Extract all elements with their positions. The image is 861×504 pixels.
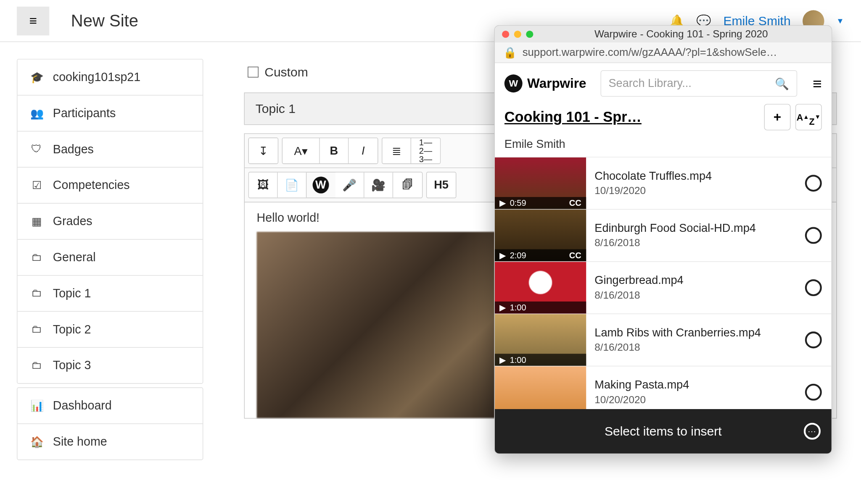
cc-badge: CC — [569, 250, 581, 260]
custom-checkbox[interactable] — [248, 67, 259, 78]
file-button[interactable]: 📄 — [278, 172, 307, 197]
site-title: New Site — [71, 11, 138, 30]
check-icon — [29, 178, 44, 192]
shield-icon — [29, 143, 44, 155]
search-input[interactable]: Search Library... 🔍 — [601, 70, 797, 97]
close-window-icon[interactable] — [502, 31, 509, 38]
sidebar-item-badges[interactable]: Badges — [17, 131, 202, 168]
duration: 0:59 — [510, 198, 526, 208]
popup-footer: Select items to insert ⋯ — [495, 409, 832, 454]
select-radio[interactable] — [805, 227, 822, 244]
main-menu-toggle[interactable]: ≡ — [17, 6, 49, 35]
select-radio[interactable] — [805, 384, 822, 401]
media-item[interactable]: Making Pasta.mp4 10/20/2020 — [495, 366, 832, 409]
play-icon: ▶ — [499, 355, 506, 365]
grid-icon — [29, 215, 44, 228]
more-options-icon[interactable]: ⋯ — [804, 423, 821, 440]
search-icon: 🔍 — [775, 76, 789, 90]
files-button[interactable]: 🗐 — [393, 172, 422, 197]
media-filename: Lamb Ribs with Cranberries.mp4 — [594, 326, 796, 339]
library-owner: Emile Smith — [495, 135, 832, 157]
media-date: 8/16/2018 — [594, 289, 796, 302]
bold-button[interactable]: B — [320, 138, 349, 163]
footer-text: Select items to insert — [605, 424, 722, 438]
duration: 1:00 — [510, 355, 526, 365]
video-button[interactable]: 🎥 — [364, 172, 394, 197]
select-radio[interactable] — [805, 175, 822, 192]
cc-badge: CC — [569, 198, 581, 208]
mic-button[interactable]: 🎤 — [335, 172, 364, 197]
h5p-button[interactable]: H5 — [427, 172, 456, 197]
sidebar-item-grades[interactable]: Grades — [17, 204, 202, 240]
add-button[interactable]: + — [764, 104, 791, 130]
user-menu-caret-icon[interactable]: ▼ — [836, 16, 844, 25]
media-thumbnail: ▶1:00 — [495, 314, 586, 366]
editor-embedded-image — [257, 232, 534, 418]
folder-icon — [29, 287, 44, 300]
media-filename: Making Pasta.mp4 — [594, 378, 796, 391]
media-date: 8/16/2018 — [594, 342, 796, 354]
sidebar-item-topic1[interactable]: Topic 1 — [17, 276, 202, 312]
font-style-button[interactable]: A▾ — [283, 138, 320, 163]
url-text: support.warpwire.com/w/gzAAAA/?pl=1&show… — [523, 46, 777, 59]
toolbar-toggle-button[interactable]: ↧ — [249, 138, 278, 163]
folder-icon — [29, 323, 44, 336]
media-item[interactable]: ▶1:00 Lamb Ribs with Cranberries.mp4 8/1… — [495, 313, 832, 365]
media-item[interactable]: ▶2:09CC Edinburgh Food Social-HD.mp4 8/1… — [495, 209, 832, 261]
folder-icon — [29, 359, 44, 372]
media-date: 10/19/2020 — [594, 185, 796, 197]
users-icon — [29, 107, 44, 120]
lock-icon: 🔒 — [503, 46, 516, 59]
sidebar-item-topic3[interactable]: Topic 3 — [17, 348, 202, 383]
maximize-window-icon[interactable] — [526, 31, 533, 38]
warpwire-popup-window: Warpwire - Cooking 101 - Spring 2020 🔒 s… — [494, 25, 832, 454]
media-filename: Chocolate Truffles.mp4 — [594, 169, 796, 182]
window-title: Warpwire - Cooking 101 - Spring 2020 — [538, 28, 824, 40]
dashboard-icon — [29, 399, 44, 412]
duration: 1:00 — [510, 303, 526, 312]
sidebar-item-dashboard[interactable]: Dashboard — [17, 388, 202, 424]
folder-icon — [29, 251, 44, 264]
numbered-list-button[interactable]: 1—2—3— — [411, 138, 440, 163]
sidebar-item-sitehome[interactable]: Site home — [17, 424, 202, 459]
media-date: 10/20/2020 — [594, 394, 796, 406]
sidebar-item-course[interactable]: cooking101sp21 — [17, 60, 202, 96]
custom-label: Custom — [264, 65, 308, 79]
media-date: 8/16/2018 — [594, 237, 796, 249]
warpwire-menu-button[interactable]: ≡ — [813, 74, 822, 93]
nav-group-site: Dashboard Site home — [17, 387, 203, 460]
image-button[interactable]: 🖼 — [249, 172, 278, 197]
media-item[interactable]: ▶0:59CC Chocolate Truffles.mp4 10/19/202… — [495, 157, 832, 209]
play-icon: ▶ — [499, 198, 506, 208]
sidebar-item-topic2[interactable]: Topic 2 — [17, 312, 202, 348]
play-icon: ▶ — [499, 250, 506, 260]
media-thumbnail — [495, 366, 586, 409]
media-item[interactable]: ▶1:00 Gingerbread.mp4 8/16/2018 — [495, 261, 832, 313]
media-thumbnail: ▶0:59CC — [495, 158, 586, 209]
select-radio[interactable] — [805, 279, 822, 296]
media-filename: Edinburgh Food Social-HD.mp4 — [594, 222, 796, 235]
italic-button[interactable]: I — [349, 138, 378, 163]
media-thumbnail: ▶1:00 — [495, 262, 586, 313]
media-filename: Gingerbread.mp4 — [594, 274, 796, 287]
sort-button[interactable]: A▲Z▼ — [795, 104, 822, 130]
home-icon — [29, 435, 44, 448]
duration: 2:09 — [510, 250, 526, 260]
minimize-window-icon[interactable] — [514, 31, 521, 38]
warpwire-button[interactable]: W — [313, 176, 330, 193]
nav-group-course: cooking101sp21 Participants Badges Compe… — [17, 59, 203, 384]
play-icon: ▶ — [499, 303, 506, 312]
select-radio[interactable] — [805, 331, 822, 348]
graduation-icon — [29, 71, 44, 84]
sidebar-item-competencies[interactable]: Competencies — [17, 168, 202, 204]
window-titlebar: Warpwire - Cooking 101 - Spring 2020 — [495, 26, 832, 42]
sidebar-item-participants[interactable]: Participants — [17, 95, 202, 131]
warpwire-logo: W Warpwire — [504, 74, 586, 92]
media-thumbnail: ▶2:09CC — [495, 210, 586, 261]
library-title[interactable]: Cooking 101 - Spr… — [504, 109, 759, 126]
sidebar-item-general[interactable]: General — [17, 240, 202, 276]
bullet-list-button[interactable]: ≣ — [382, 138, 411, 163]
